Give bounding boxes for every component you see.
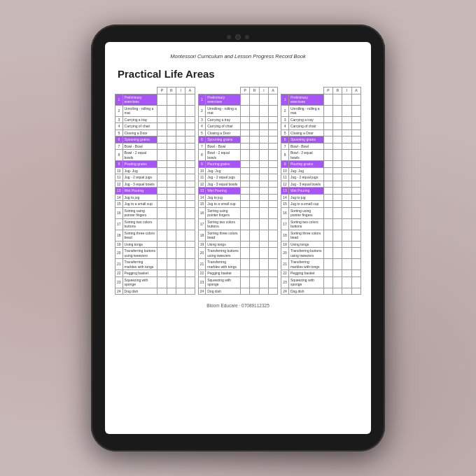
table-row: 1Preliminary exercises bbox=[115, 94, 195, 105]
row-number: 10 bbox=[281, 167, 289, 174]
col-i bbox=[342, 218, 351, 230]
col-a bbox=[268, 116, 277, 123]
col-r bbox=[167, 161, 176, 168]
col-r bbox=[333, 167, 342, 174]
col-a bbox=[268, 207, 277, 218]
col-i bbox=[342, 123, 351, 130]
col-i bbox=[342, 230, 351, 241]
col-r bbox=[333, 94, 342, 105]
table-row: 18Sorting three colors bead bbox=[115, 230, 195, 241]
col-i bbox=[342, 201, 351, 208]
col-p bbox=[323, 188, 332, 195]
table-row: 24Dog dish bbox=[115, 288, 195, 295]
table-row: 7Bowl - Bowl bbox=[115, 143, 195, 150]
col-r bbox=[333, 188, 342, 195]
table-row: 23Squeezing with sponge bbox=[281, 276, 361, 288]
col-p bbox=[158, 241, 167, 248]
row-label: Bowl - 2 equal bowls bbox=[122, 150, 158, 161]
row-number: 6 bbox=[198, 136, 206, 144]
col-p bbox=[323, 276, 332, 288]
header-a-3: A bbox=[351, 88, 360, 94]
row-label: Unrolling - rolling a mat bbox=[288, 105, 323, 116]
row-label: Using tongs bbox=[122, 241, 158, 248]
col-a bbox=[186, 207, 195, 218]
col-a bbox=[268, 174, 277, 181]
col-i bbox=[259, 161, 268, 168]
col-r bbox=[250, 218, 259, 230]
col-a bbox=[268, 105, 277, 116]
table-row: 10Jug- Jug bbox=[281, 167, 361, 174]
row-label: Jug to jug bbox=[122, 194, 158, 201]
col-a bbox=[268, 276, 277, 288]
table-row: 20Transferring buttons using tweezers bbox=[281, 248, 361, 259]
row-number: 6 bbox=[281, 136, 289, 144]
row-number: 10 bbox=[115, 167, 123, 174]
row-number: 4 bbox=[115, 123, 123, 130]
col-a bbox=[186, 259, 195, 270]
col-a bbox=[268, 248, 277, 259]
col-i bbox=[259, 105, 268, 116]
col-a bbox=[351, 174, 360, 181]
col-r bbox=[333, 259, 342, 270]
row-label: Carrying of chair bbox=[122, 123, 158, 130]
col-a bbox=[268, 241, 277, 248]
row-number: 7 bbox=[198, 143, 206, 150]
col-a bbox=[186, 288, 195, 295]
col-p bbox=[323, 288, 332, 295]
col-p bbox=[241, 174, 250, 181]
col-r bbox=[250, 123, 259, 130]
col-a bbox=[268, 123, 277, 130]
col-i bbox=[259, 207, 268, 218]
row-label: Spooning grains bbox=[288, 136, 323, 144]
col-p bbox=[323, 136, 332, 144]
table-row: 8Bowl - 2 equal bowls bbox=[281, 150, 361, 161]
table-row: 18Sorting three colors bead bbox=[281, 230, 361, 241]
col-i bbox=[176, 248, 186, 259]
col-i bbox=[176, 259, 186, 270]
col-r bbox=[167, 143, 176, 150]
col-a bbox=[186, 248, 195, 259]
row-number: 7 bbox=[115, 143, 123, 150]
table-row: 17Sorting two colors buttons bbox=[198, 218, 278, 230]
row-label: Transferring marbles with tongs bbox=[288, 259, 323, 270]
col-i bbox=[176, 276, 186, 288]
col-r bbox=[333, 288, 342, 295]
row-label: Jug- Jug bbox=[206, 167, 241, 174]
col-i bbox=[342, 150, 351, 161]
col-i bbox=[342, 174, 351, 181]
row-label: Pouring grains bbox=[122, 161, 158, 168]
col-p bbox=[323, 150, 332, 161]
row-number: 20 bbox=[198, 248, 206, 259]
header-empty-2 bbox=[198, 88, 240, 94]
col-i bbox=[342, 136, 351, 144]
col-p bbox=[241, 181, 250, 188]
row-number: 14 bbox=[115, 194, 123, 201]
col-r bbox=[167, 174, 176, 181]
col-p bbox=[241, 270, 250, 277]
row-number: 15 bbox=[281, 201, 289, 208]
row-label: Sorting two colors buttons bbox=[122, 218, 158, 230]
row-number: 9 bbox=[115, 161, 123, 168]
col-p bbox=[158, 270, 167, 277]
col-i bbox=[342, 130, 351, 136]
row-label: Unrolling - rolling a mat bbox=[122, 105, 158, 116]
row-label: Using tongs bbox=[288, 241, 323, 248]
col-i bbox=[259, 116, 268, 123]
col-a bbox=[351, 241, 360, 248]
col-p bbox=[158, 276, 167, 288]
col-p bbox=[158, 201, 167, 208]
col-p bbox=[241, 136, 250, 144]
header-r-3: R bbox=[333, 88, 342, 94]
row-number: 21 bbox=[115, 259, 123, 270]
row-label: Preliminary exercises bbox=[122, 94, 158, 105]
header-i-2: I bbox=[259, 88, 268, 94]
col-r bbox=[167, 259, 176, 270]
col-r bbox=[167, 276, 176, 288]
row-number: 21 bbox=[281, 259, 289, 270]
col-a bbox=[186, 94, 195, 105]
col-r bbox=[250, 248, 259, 259]
col-r bbox=[167, 136, 176, 144]
col-i bbox=[176, 181, 186, 188]
col-r bbox=[167, 94, 176, 105]
table-row: 6Spooning grains bbox=[198, 136, 278, 144]
